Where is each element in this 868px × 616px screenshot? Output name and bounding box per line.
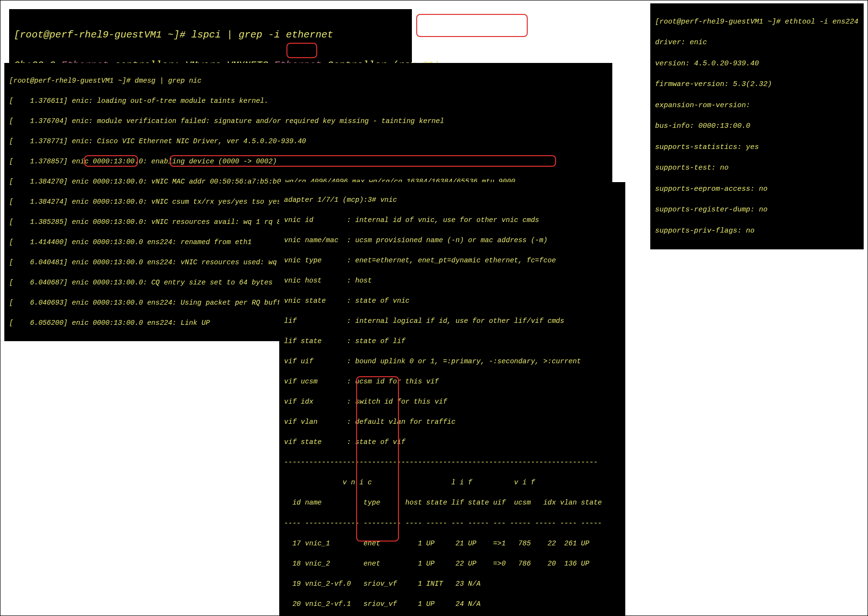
vnic-legend-line: vif idx : switch id for this vif: [284, 397, 620, 407]
dmesg-cmd-line: [root@perf-rhel9-guestVM1 ~]# dmesg | gr…: [9, 76, 608, 86]
ethtool-output-line: firmware-version: 5.3(2.32): [655, 79, 859, 90]
terminal-vnic: adapter 1/7/1 (mcp):3# vnic vnic id : in…: [279, 182, 625, 616]
terminal-ethtool: [root@perf-rhel9-guestVM1 ~]# ethtool -i…: [650, 3, 864, 249]
vnic-column-header: ---- ------------- --------- ---- ----- …: [284, 518, 620, 529]
vnic-legend-line: vnic host : host: [284, 276, 620, 286]
vnic-legend-line: vnic name/mac : ucsm provisioned name (-…: [284, 235, 620, 246]
dmesg-output-line: [ 1.378771] enic: Cisco VIC Ethernet NIC…: [9, 136, 608, 147]
ethtool-cmd-line: [root@perf-rhel9-guestVM1 ~]# ethtool -i…: [655, 17, 859, 27]
vnic-table-row: 18 vnic_2 enet 1 UP 22 UP =>0 786 20 136…: [284, 559, 620, 569]
vnic-legend-line: vif vlan : default vlan for traffic: [284, 417, 620, 427]
vnic-legend-line: vif ucsm : ucsm id for this vif: [284, 377, 620, 387]
lspci-cmd-line: [root@perf-rhel9-guestVM1 ~]# lspci | gr…: [14, 27, 407, 43]
dmesg-output-line: [ 1.376611] enic: loading out-of-tree mo…: [9, 96, 608, 106]
ethtool-output-line: supports-test: no: [655, 163, 859, 173]
vnic-table-row: 19 vnic_2-vf.0 sriov_vf 1 INIT 23 N/A: [284, 579, 620, 589]
vnic-table-row: 17 vnic_1 enet 1 UP 21 UP =>1 785 22 261…: [284, 539, 620, 549]
vnic-column-header: v n i c l i f v i f: [284, 478, 620, 488]
vnic-legend-line: vnic id : internal id of vnic, use for o…: [284, 215, 620, 225]
vnic-legend-line: lif state : state of lif: [284, 336, 620, 346]
vnic-legend-line: lif : internal logical if id, use for ot…: [284, 316, 620, 326]
vnic-column-header: id name type host state lif state uif uc…: [284, 498, 620, 508]
vnic-legend-line: vnic state : state of vnic: [284, 296, 620, 306]
vnic-separator: ----------------------------------------…: [284, 457, 620, 468]
ethtool-output-line: driver: enic: [655, 37, 859, 48]
ethtool-output-line: supports-eeprom-access: no: [655, 184, 859, 195]
vnic-legend-line: vnic type : enet=ethernet, enet_pt=dynam…: [284, 256, 620, 266]
vnic-table-row: 20 vnic_2-vf.1 sriov_vf 1 UP 24 N/A: [284, 599, 620, 609]
highlight-enic-driver-version: [416, 14, 528, 37]
ethtool-output-line: supports-register-dump: no: [655, 205, 859, 215]
ethtool-output-line: supports-priv-flags: no: [655, 226, 859, 236]
dmesg-output-line: [ 1.376704] enic: module verification fa…: [9, 116, 608, 126]
dmesg-output-line: [ 1.378857] enic 0000:13:00.0: enabling …: [9, 157, 608, 167]
ethtool-output-line: bus-info: 0000:13:00.0: [655, 121, 859, 132]
prompt: [root@perf-rhel9-guestVM1 ~]#: [14, 29, 186, 40]
vnic-legend-line: vif state : state of vif: [284, 437, 620, 447]
ethtool-output-line: expansion-rom-version:: [655, 100, 859, 111]
vnic-header: adapter 1/7/1 (mcp):3# vnic: [284, 195, 620, 205]
command: lspci | grep -i ethernet: [191, 29, 333, 40]
ethtool-output-line: supports-statistics: yes: [655, 142, 859, 153]
ethtool-output-line: version: 4.5.0.20-939.40: [655, 59, 859, 69]
vnic-legend-line: vif uif : bound uplink 0 or 1, =:primary…: [284, 357, 620, 367]
